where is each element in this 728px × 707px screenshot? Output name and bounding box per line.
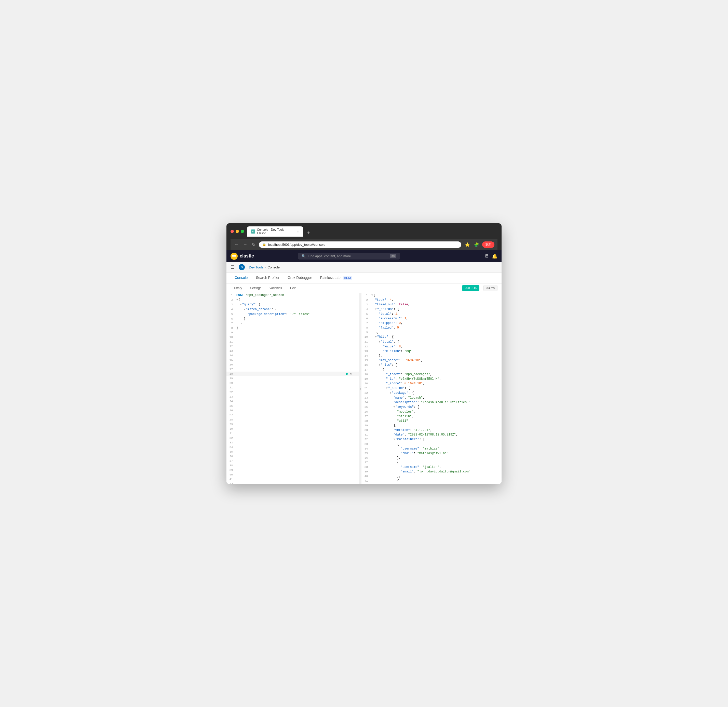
history-button[interactable]: History: [231, 285, 244, 291]
line-number: 7: [227, 321, 235, 326]
editor-line-7: 7 }: [227, 321, 359, 326]
editor-line-20: 20: [227, 381, 359, 385]
editor-line-30: 30: [227, 427, 359, 431]
elastic-logo-text: elastic: [240, 253, 254, 259]
tab-bar: Console Search Profiler Grok Debugger Pa…: [227, 273, 501, 283]
back-button[interactable]: ←: [234, 241, 240, 248]
editor-line-29: 29: [227, 422, 359, 427]
response-line-40: 40 },: [361, 474, 501, 479]
tab-console[interactable]: Console: [231, 273, 252, 283]
response-line-28: 28 "util": [361, 419, 501, 423]
response-line-29: 29 ],: [361, 423, 501, 428]
avatar[interactable]: D: [239, 264, 245, 270]
editor-line-2: 2 ▼{: [227, 297, 359, 302]
new-tab-button[interactable]: +: [305, 229, 312, 237]
response-line-9: 9 },: [361, 330, 501, 335]
tab-close-button[interactable]: ×: [297, 229, 299, 234]
tab-search-profiler[interactable]: Search Profiler: [252, 273, 283, 283]
response-line-24: 24 "description": "Lodash modular utilit…: [361, 400, 501, 405]
editor-line-16: 16: [227, 362, 359, 367]
maximize-window-button[interactable]: [241, 230, 244, 233]
minimize-window-button[interactable]: [235, 230, 239, 233]
app: elastic 🔍 Find apps, content, and more. …: [227, 250, 501, 484]
response-line-16: 16 ▼"hits": [: [361, 363, 501, 368]
editor-line-35: 35: [227, 450, 359, 454]
editor-line-6: 6 }: [227, 317, 359, 321]
editor-line-23: 23: [227, 394, 359, 399]
editor-line-37: 37: [227, 459, 359, 463]
browser-chrome: E Console - Dev Tools - Elastic × + ← → …: [227, 224, 501, 250]
browser-window: E Console - Dev Tools - Elastic × + ← → …: [227, 224, 501, 484]
global-search-bar[interactable]: 🔍 Find apps, content, and more. ⌘/: [298, 252, 400, 260]
editor-line-34: 34: [227, 445, 359, 450]
line-number: 3: [227, 302, 235, 307]
editor-line-9: 9: [227, 330, 359, 335]
response-line-27: 27 "stdlib",: [361, 414, 501, 419]
editor-line-22: 22: [227, 390, 359, 394]
line-number: 6: [227, 317, 235, 321]
editor-line-27: 27: [227, 413, 359, 417]
variables-button[interactable]: Variables: [267, 285, 284, 291]
search-shortcut: ⌘/: [390, 254, 396, 258]
settings-button[interactable]: Settings: [248, 285, 263, 291]
response-line-21: 21 ▼"_source": {: [361, 386, 501, 391]
panel-gutter[interactable]: ⋮: [359, 293, 361, 484]
editor-line-25: 25: [227, 404, 359, 408]
settings-icon[interactable]: ⚙: [350, 372, 352, 376]
response-line-8: 8 "failed": 0: [361, 326, 501, 330]
tab-grok-debugger[interactable]: Grok Debugger: [283, 273, 316, 283]
line-number: 4: [227, 307, 235, 312]
forward-button[interactable]: →: [242, 241, 248, 248]
editor-line-14: 14: [227, 353, 359, 358]
breadcrumb-parent[interactable]: Dev Tools: [249, 265, 263, 269]
tab-painless-lab[interactable]: Painless Lab BETA: [316, 273, 357, 283]
line-content: "package.description": "utilities": [235, 312, 359, 317]
close-window-button[interactable]: [231, 230, 234, 233]
left-editor-panel[interactable]: 1 POST /npm_packages/_search 2 ▼{ 3 ▼"qu…: [227, 293, 359, 484]
display-icon[interactable]: 🖥: [484, 253, 489, 259]
editor-line-26: 26: [227, 408, 359, 413]
editor-line-5: 5 "package.description": "utilities": [227, 312, 359, 317]
response-line-25: 25 ▼"keywords": [: [361, 405, 501, 410]
line-number: 5: [227, 312, 235, 317]
url-text: localhost:5601/app/dev_tools#/console: [268, 243, 325, 247]
active-browser-tab[interactable]: E Console - Dev Tools - Elastic ×: [247, 227, 303, 237]
breadcrumb-separator: ›: [265, 265, 266, 269]
editor-line-21: 21: [227, 385, 359, 390]
update-button[interactable]: 更新: [482, 241, 494, 248]
browser-titlebar: E Console - Dev Tools - Elastic × +: [231, 227, 497, 237]
editor-line-10: 10: [227, 335, 359, 339]
response-line-12: 12 "value": 8,: [361, 344, 501, 349]
response-line-7: 7 "skipped": 0,: [361, 321, 501, 326]
response-line-41: 41 {: [361, 479, 501, 483]
editor-area: 1 POST /npm_packages/_search 2 ▼{ 3 ▼"qu…: [227, 293, 501, 484]
response-line-11: 11 ▼"total": {: [361, 339, 501, 344]
hamburger-menu-button[interactable]: ☰: [231, 264, 235, 270]
line-content: }: [235, 321, 359, 326]
response-line-42: 42 "username": "bnjmnt4n",: [361, 483, 501, 484]
response-line-20: 20 "_score": 0.16945101,: [361, 381, 501, 386]
secondary-toolbar: History Settings Variables Help 200 - OK…: [227, 283, 501, 293]
line-number: 2: [227, 297, 235, 302]
response-line-5: 5 "total": 1,: [361, 312, 501, 316]
editor-line-13: 13: [227, 349, 359, 353]
beta-badge: BETA: [343, 276, 352, 280]
code-editor[interactable]: 1 POST /npm_packages/_search 2 ▼{ 3 ▼"qu…: [227, 293, 359, 484]
extensions-icon[interactable]: 🧩: [473, 241, 480, 248]
refresh-button[interactable]: ↻: [251, 241, 256, 248]
line-content: POST /npm_packages/_search: [235, 293, 359, 297]
run-button[interactable]: ▶: [346, 372, 349, 376]
line-content: }: [235, 317, 359, 321]
bookmark-icon[interactable]: ⭐: [464, 241, 471, 248]
notifications-icon[interactable]: 🔔: [492, 253, 497, 259]
response-line-38: 38 "username": "jdalton",: [361, 465, 501, 469]
editor-line-4: 4 ▼"match_phrase": {: [227, 307, 359, 312]
address-bar[interactable]: 🔒 localhost:5601/app/dev_tools#/console: [259, 241, 461, 248]
response-line-36: 36 },: [361, 456, 501, 460]
editor-line-32: 32: [227, 436, 359, 440]
editor-line-18: 18 ▶ ⚙: [227, 372, 359, 376]
browser-tabs: E Console - Dev Tools - Elastic × +: [247, 227, 497, 237]
response-line-2: 2 "took": 4,: [361, 298, 501, 302]
response-line-3: 3 "timed_out": false,: [361, 302, 501, 307]
help-button[interactable]: Help: [288, 285, 299, 291]
